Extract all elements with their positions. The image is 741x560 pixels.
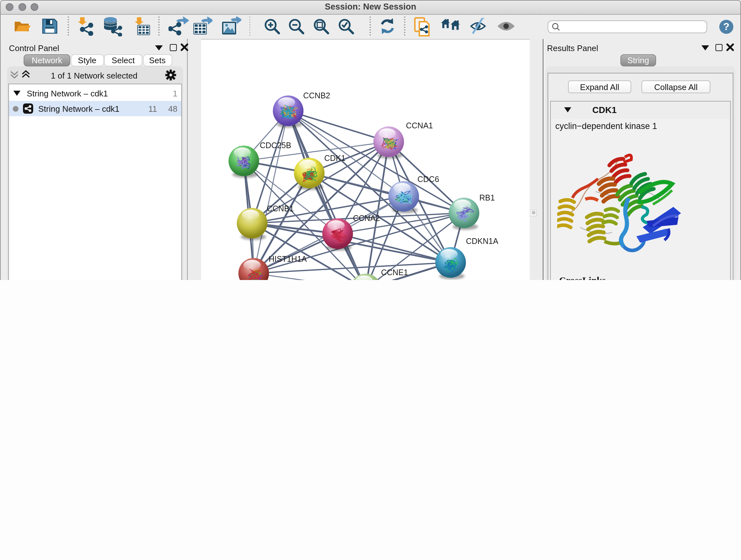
svg-text:CDKN1A: CDKN1A xyxy=(466,237,498,246)
svg-text:RB1: RB1 xyxy=(479,193,495,202)
svg-text:CDC6: CDC6 xyxy=(417,175,439,184)
svg-text:CDK1: CDK1 xyxy=(324,153,346,163)
svg-text:HIST1H1A: HIST1H1A xyxy=(269,254,307,263)
svg-text:CCNE1: CCNE1 xyxy=(381,268,408,277)
svg-text:CCNB2: CCNB2 xyxy=(303,91,330,100)
svg-text:CCNA1: CCNA1 xyxy=(406,121,433,130)
svg-text:CCNB1: CCNB1 xyxy=(267,204,294,213)
svg-text:CCNA2: CCNA2 xyxy=(353,213,380,223)
svg-text:CDC25B: CDC25B xyxy=(260,141,291,150)
